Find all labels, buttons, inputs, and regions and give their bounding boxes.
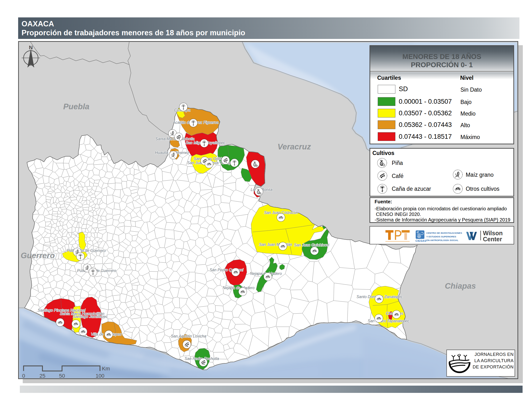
svg-text:LA AGRICULTURA: LA AGRICULTURA: [474, 358, 514, 363]
svg-text:Guerrero: Guerrero: [21, 251, 55, 260]
svg-text:Nejapa de Madero: Nejapa de Madero: [223, 286, 255, 290]
svg-text:Y ESTUDIOS SUPERIORES: Y ESTUDIOS SUPERIORES: [426, 235, 456, 238]
svg-text:Center: Center: [483, 236, 502, 243]
svg-text:Puebla: Puebla: [63, 102, 89, 111]
svg-text:Santiago Jamiltepec: Santiago Jamiltepec: [73, 315, 108, 319]
svg-text:100: 100: [95, 373, 104, 379]
svg-text:JORNALEROS EN: JORNALEROS EN: [475, 352, 514, 357]
svg-text:25: 25: [39, 373, 45, 379]
svg-text:Km: Km: [102, 365, 110, 372]
svg-text:0: 0: [22, 373, 25, 379]
svg-text:Veracruz: Veracruz: [278, 142, 311, 151]
svg-text:CENTRO DE INVESTIGACIONES: CENTRO DE INVESTIGACIONES: [426, 232, 462, 234]
svg-text:EN ANTROPOLOGÍA SOCIAL: EN ANTROPOLOGÍA SOCIAL: [426, 239, 458, 242]
svg-text:50: 50: [59, 373, 65, 379]
svg-text:CIESAS: CIESAS: [416, 239, 426, 242]
svg-text:Wilson: Wilson: [483, 230, 503, 236]
svg-text:San Pedro Tapanatepec: San Pedro Tapanatepec: [368, 319, 409, 323]
svg-text:DE EXPORTACIÓN: DE EXPORTACIÓN: [473, 364, 514, 369]
svg-text:Chiapas: Chiapas: [445, 281, 476, 290]
svg-text:Putla Villa de Guerrero: Putla Villa de Guerrero: [67, 249, 106, 253]
svg-text:San Juan Guichicovi: San Juan Guichicovi: [294, 243, 329, 247]
svg-text:San Juan Mazatlán: San Juan Mazatlán: [259, 243, 292, 247]
svg-text:San Agustín Loxicha: San Agustín Loxicha: [171, 334, 206, 338]
